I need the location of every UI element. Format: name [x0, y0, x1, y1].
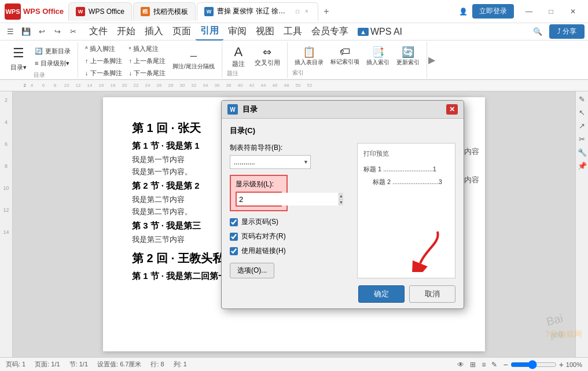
insert-index-button[interactable]: 📑 插入索引 — [364, 45, 392, 68]
toc-level-button[interactable]: ≡目录级别▾ — [32, 58, 73, 69]
update-index-button[interactable]: 🔄 更新索引 — [394, 45, 422, 68]
insert-endnote-button[interactable]: ⁿ插入尾注 — [127, 43, 168, 54]
menu-insert[interactable]: 插入 — [140, 23, 168, 40]
minimize-button[interactable]: — — [519, 3, 539, 20]
levels-input-wrap: ▲ ▼ — [236, 192, 282, 207]
tab-doc-close[interactable]: × — [303, 8, 311, 16]
right-tool-4[interactable]: ✂ — [579, 135, 585, 144]
toc-icon: ☰ — [9, 46, 28, 61]
left-margin-ruler: 2 4 6 8 10 12 14 — [0, 91, 13, 357]
ruler: 2 4 6 8 10 12 14 16 18 20 22 24 26 28 30… — [0, 80, 588, 91]
ribbon-tab-bar: ☰ 💾 ↩ ↪ ✂ 文件 开始 插入 页面 引用 审阅 视图 工具 会员专享 ▲… — [0, 23, 588, 41]
prev-footnote-button[interactable]: ↑上一条脚注 — [83, 56, 124, 67]
levels-spin-up[interactable]: ▲ — [339, 193, 343, 200]
maximize-button[interactable]: □ — [541, 3, 561, 20]
toolbar-icon-2[interactable]: ↩ — [35, 25, 49, 39]
insert-footnote-button[interactable]: ᴬ插入脚注 — [83, 43, 124, 54]
tab-leader-label: 制表符前导符(B): — [230, 143, 348, 153]
index-group-label: 索引 — [292, 69, 422, 77]
status-total-pages: 页面: 1/1 — [35, 360, 60, 369]
align-right-checkbox[interactable] — [230, 233, 238, 241]
right-tool-3[interactable]: ↗ — [579, 122, 585, 130]
right-tool-2[interactable]: ↖ — [579, 108, 585, 117]
tab-template[interactable]: 稻 找稻壳模板 — [133, 2, 196, 21]
menu-home[interactable]: 开始 — [112, 23, 140, 40]
zoom-slider[interactable] — [510, 360, 557, 369]
menu-page[interactable]: 页面 — [168, 23, 196, 40]
zoom-level: 100% — [566, 361, 582, 368]
toolbar-icon-3[interactable]: ↪ — [50, 25, 64, 39]
menu-review[interactable]: 审阅 — [223, 23, 251, 40]
tab-leader-select[interactable]: ........... ----------- ___________ 无 — [230, 155, 311, 169]
cross-reference-button[interactable]: ⇔ 交叉引用 — [252, 45, 282, 68]
endnote-icon: ⁿ — [129, 45, 131, 52]
dialog-body: 目录(C) 制表符前导符(B): ........... -----------… — [222, 119, 464, 308]
ribbon-group-index: 📋 插入表目录 🏷 标记索引项 📑 插入索引 🔄 更新索引 索引 — [288, 42, 427, 78]
new-tab-button[interactable]: + — [319, 5, 333, 19]
show-page-numbers-checkbox[interactable] — [230, 218, 238, 226]
status-settings: 设置值: 6.7厘米 — [97, 360, 141, 369]
menu-view[interactable]: 视图 — [251, 23, 279, 40]
ok-button[interactable]: 确定 — [358, 285, 405, 303]
hamburger-menu[interactable]: ☰ — [3, 25, 17, 39]
right-tool-6[interactable]: 📌 — [578, 161, 587, 170]
tab-wps[interactable]: W WPS Office — [68, 2, 132, 21]
edit-mode-icon[interactable]: ✎ — [491, 361, 497, 369]
toc-buttons: ☰ 目录▾ 🔄更新目录 ≡目录级别▾ — [6, 43, 73, 71]
menu-member[interactable]: 会员专享 — [307, 23, 353, 40]
caption-group-label: 题注 — [227, 69, 282, 78]
update-toc-button[interactable]: 🔄更新目录 — [32, 46, 73, 57]
titlebar: WPS WPS Office W WPS Office 稻 找稻壳模板 W 曹操… — [0, 0, 588, 23]
dialog-titlebar: W 目录 ✕ — [222, 101, 464, 119]
toolbar-icon-4[interactable]: ✂ — [66, 25, 80, 39]
prev-endnote-icon: ↑ — [129, 57, 133, 64]
document-area: 2 4 6 8 10 12 14 第 1 回 · 张天 第 1 节 · 我是第 … — [0, 91, 588, 357]
zoom-controls: − + 100% — [503, 360, 582, 369]
update-index-icon: 🔄 — [402, 46, 414, 58]
mark-index-button[interactable]: 🏷 标记索引项 — [328, 45, 362, 67]
zoom-in-button[interactable]: + — [559, 360, 564, 369]
preview-line-1: 标题 1 ............................1 — [363, 163, 449, 175]
search-icon[interactable]: 🔍 — [531, 25, 545, 39]
menu-tools[interactable]: 工具 — [279, 23, 307, 40]
dialog-close-button[interactable]: ✕ — [446, 104, 458, 115]
options-button[interactable]: 选项(O)... — [230, 263, 274, 278]
share-button[interactable]: ⤴ 分享 — [549, 24, 585, 39]
cancel-button[interactable]: 取消 — [409, 285, 455, 303]
ribbon-group-footnote: ᴬ插入脚注 ↑上一条脚注 ↓下一条脚注 ⁿ插入尾注 ↑上一条尾注 ↓下一条尾注 — [78, 42, 222, 78]
zoom-out-button[interactable]: − — [503, 360, 508, 369]
ruler-ticks: 2 4 6 8 10 12 14 16 18 20 22 24 26 28 30… — [9, 83, 579, 88]
menu-file[interactable]: 文件 — [84, 23, 112, 40]
levels-spinners: ▲ ▼ — [339, 193, 343, 205]
menu-reference[interactable]: 引用 — [196, 23, 223, 41]
right-tool-1[interactable]: ✎ — [579, 95, 585, 104]
levels-spin-down[interactable]: ▼ — [339, 200, 343, 206]
toc-button[interactable]: ☰ 目录▾ — [6, 43, 31, 71]
next-footnote-button[interactable]: ↓下一条脚注 — [83, 68, 124, 79]
insert-index-icon: 📑 — [372, 46, 384, 58]
view-icon-3[interactable]: ≡ — [482, 361, 486, 369]
toc-group-label: 目录 — [6, 71, 73, 79]
statusbar-right: 👁 ⊞ ≡ ✎ − + 100% — [457, 360, 582, 369]
titlebar-right: 👤 立即登录 — □ ✕ — [459, 3, 583, 20]
right-tool-5[interactable]: 🔧 — [578, 148, 587, 157]
tab-bar: W WPS Office 稻 找稻壳模板 W 曹操 夏侯惇 张辽 徐晃 张部 …… — [68, 2, 459, 21]
right-sidebar: ✎ ↖ ↗ ✂ 🔧 📌 — [575, 91, 588, 357]
login-button[interactable]: 立即登录 — [472, 4, 514, 19]
toolbar-icon-1[interactable]: 💾 — [19, 25, 33, 39]
close-button[interactable]: ✕ — [563, 3, 583, 20]
levels-input[interactable] — [237, 193, 339, 205]
next-endnote-button[interactable]: ↓下一条尾注 — [127, 68, 168, 79]
tab-doc[interactable]: W 曹操 夏侯惇 张辽 徐晃 张部 … □ × — [197, 2, 318, 21]
view-icon-1[interactable]: 👁 — [457, 361, 464, 369]
use-hyperlinks-checkbox[interactable] — [230, 247, 238, 255]
update-toc-icon: 🔄 — [35, 47, 43, 55]
prev-endnote-button[interactable]: ↑上一条尾注 — [127, 56, 168, 67]
menu-wpsai[interactable]: ▲WPS AI — [353, 24, 407, 39]
caption-button[interactable]: A 题注 — [227, 43, 250, 69]
dialog-title: 目录 — [242, 104, 258, 115]
insert-table-of-figures-button[interactable]: 📋 插入表目录 — [292, 45, 326, 68]
footnote-separator-button[interactable]: ─ 脚注/尾注分隔线 — [170, 50, 217, 72]
view-icon-2[interactable]: ⊞ — [470, 361, 476, 369]
ribbon-expand-button[interactable]: ▶ — [427, 54, 436, 65]
